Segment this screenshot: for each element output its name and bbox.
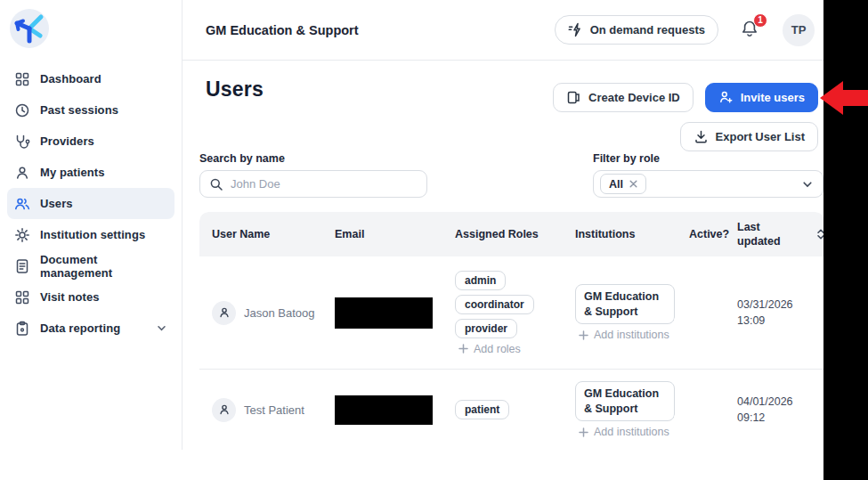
last-updated: 03/31/2026 13:09 [737,297,815,329]
avatar-initials: TP [791,23,807,37]
sidebar: Dashboard Past sessions Providers My pat… [0,0,183,450]
plus-icon [458,344,468,354]
row-avatar [212,398,236,422]
row-avatar [212,301,236,325]
sidebar-item-past-sessions[interactable]: Past sessions [7,94,174,126]
invite-users-label: Invite users [741,91,805,104]
role-chip: provider [455,319,517,338]
top-header: GM Education & Support On demand request… [183,0,823,61]
history-clock-icon [14,102,30,118]
plus-icon [579,427,588,437]
sidebar-item-document-management[interactable]: Document management [7,250,174,281]
role-chip: coordinator [455,295,534,314]
institution-title: GM Education & Support [206,23,359,37]
add-institutions-link[interactable]: Add institutions [575,329,669,341]
redacted-email [335,395,433,425]
sidebar-nav: Dashboard Past sessions Providers My pat… [0,63,182,344]
user-name: Test Patient [244,403,304,417]
notification-count-badge: 1 [753,13,767,28]
sidebar-item-my-patients[interactable]: My patients [7,157,174,188]
redaction-bar [823,0,868,480]
col-header-email: Email [335,228,455,240]
dashboard-grid-icon [14,71,30,87]
person-plus-icon [718,90,734,105]
download-icon [694,129,709,144]
create-device-id-button[interactable]: Create Device ID [553,83,694,112]
redacted-email [335,297,433,329]
sidebar-item-label: Past sessions [40,103,118,117]
export-user-list-button[interactable]: Export User List [680,122,818,151]
sidebar-item-users[interactable]: Users [7,188,174,219]
users-icon [14,196,30,212]
chevron-down-icon [801,178,814,191]
search-by-name-label: Search by name [199,152,285,165]
col-header-institutions: Institutions [575,228,689,240]
role-chip: patient [455,400,509,419]
sidebar-item-label: Data reporting [40,321,120,335]
col-header-active: Active? [689,228,737,240]
stethoscope-icon [14,134,30,150]
sidebar-item-label: My patients [40,166,105,179]
on-demand-requests-button[interactable]: On demand requests [555,15,718,45]
table-row[interactable]: Jason Batoog admin coordinator provider … [199,256,824,370]
clipboard-icon [14,321,30,337]
sidebar-item-label: Institution settings [40,228,145,241]
notes-grid-icon [14,289,30,305]
institution-chip: GM Education & Support [575,284,675,325]
user-avatar[interactable]: TP [783,14,815,46]
app-window: Dashboard Past sessions Providers My pat… [0,0,868,480]
main-content: Users Create Device ID Invite users E [183,61,823,450]
col-header-last-updated: Last updated [737,220,792,249]
person-icon [14,165,30,181]
document-icon [14,258,30,274]
sidebar-item-label: Users [40,197,73,210]
invite-users-button[interactable]: Invite users [705,83,818,112]
search-input[interactable] [231,177,418,191]
brand-logo-icon[interactable] [9,8,50,49]
page-title: Users [206,77,264,102]
device-icon [566,90,581,105]
add-institutions-link[interactable]: Add institutions [575,426,669,438]
remove-filter-icon[interactable] [629,180,637,188]
chevron-down-icon [156,322,167,334]
filter-chip-label: All [609,178,623,191]
sidebar-item-label: Visit notes [40,290,100,304]
col-header-user-name: User Name [212,228,335,240]
user-name: Jason Batoog [244,306,315,320]
sidebar-item-providers[interactable]: Providers [7,126,174,157]
sidebar-item-data-reporting[interactable]: Data reporting [7,313,174,344]
table-header-row: User Name Email Assigned Roles Instituti… [199,212,824,256]
sidebar-item-label: Document management [40,253,167,280]
last-updated: 04/01/2026 09:12 [737,394,815,426]
add-roles-link[interactable]: Add roles [455,343,521,355]
search-input-wrapper [199,170,427,198]
users-table: User Name Email Assigned Roles Instituti… [199,212,824,450]
gear-icon [14,227,30,243]
plus-icon [579,330,588,340]
filter-by-role-label: Filter by role [593,152,660,165]
search-icon [209,177,223,191]
on-demand-requests-label: On demand requests [590,23,705,37]
sidebar-item-label: Providers [40,134,94,148]
filter-chip-all[interactable]: All [600,174,646,194]
create-device-id-label: Create Device ID [588,91,680,104]
role-filter-dropdown[interactable]: All [593,170,823,198]
col-header-assigned-roles: Assigned Roles [455,228,575,240]
sidebar-item-visit-notes[interactable]: Visit notes [7,281,174,313]
table-row[interactable]: Test Patient patient GM Education & Supp… [199,370,824,450]
bolt-icon [568,22,583,37]
notifications-bell-icon[interactable]: 1 [740,19,761,42]
sidebar-item-dashboard[interactable]: Dashboard [7,63,174,94]
sidebar-item-institution-settings[interactable]: Institution settings [7,219,174,250]
annotation-arrow-icon [815,77,868,118]
export-user-list-label: Export User List [716,130,805,143]
sidebar-item-label: Dashboard [40,72,101,85]
role-chip: admin [455,271,506,290]
institution-chip: GM Education & Support [575,381,675,422]
